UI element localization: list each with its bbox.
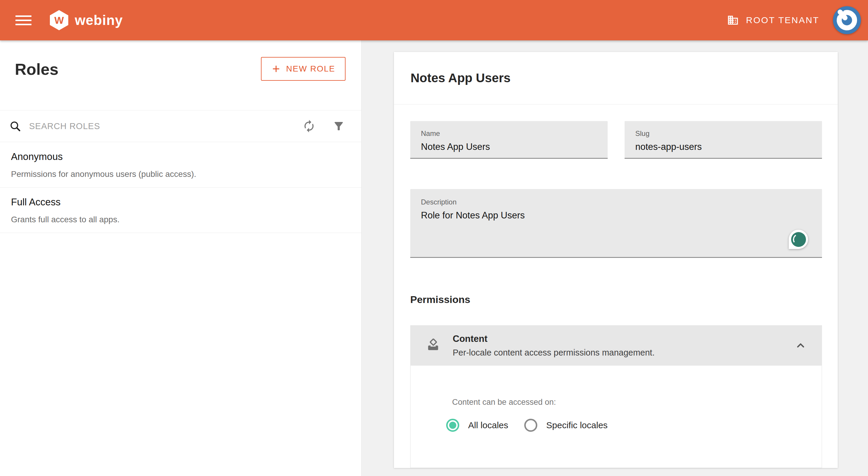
menu-bar (16, 20, 31, 21)
locale-access-radio-group: All locales Specific locales (446, 419, 608, 432)
content-accordion-header[interactable]: Content Per-locale content access permis… (410, 325, 822, 366)
description-field[interactable]: Description Role for Notes App Users (410, 189, 822, 258)
description-field-value: Role for Notes App Users (421, 210, 822, 221)
roles-sidebar: Roles NEW ROLE (0, 40, 362, 476)
menu-bar (16, 24, 31, 25)
new-role-button[interactable]: NEW ROLE (261, 57, 345, 81)
role-item-description: Grants full access to all apps. (11, 215, 349, 224)
role-detail-area: Notes App Users Name Notes App Users Slu… (362, 40, 868, 476)
accordion-title: Content (453, 334, 655, 344)
slug-field[interactable]: Slug notes-app-users (625, 121, 822, 159)
refresh-button[interactable] (302, 119, 316, 133)
logo-hexagon-icon: W (50, 10, 68, 30)
description-field-label: Description (421, 198, 822, 206)
accordion-text: Content Per-locale content access permis… (453, 334, 655, 358)
tenant-label: ROOT TENANT (746, 15, 819, 25)
top-bar-right: ROOT TENANT (727, 6, 868, 34)
search-icon (9, 120, 21, 132)
gravatar-icon (833, 6, 861, 34)
content-access-label: Content can be accessed on: (452, 398, 556, 407)
top-bar: W webiny ROOT TENANT (0, 0, 868, 40)
logo-letter: W (54, 15, 64, 25)
chat-widget-button[interactable] (789, 230, 808, 249)
menu-bar (16, 15, 31, 17)
role-item-description: Permissions for anonymous users (public … (11, 169, 349, 179)
role-item-title: Anonymous (11, 151, 349, 162)
role-detail-title: Notes App Users (410, 71, 510, 85)
slug-field-value: notes-app-users (635, 141, 822, 152)
plus-icon (271, 64, 281, 73)
search-input[interactable] (29, 121, 302, 131)
ballot-box-icon (426, 338, 440, 353)
filter-icon (333, 120, 345, 132)
role-detail-header: Notes App Users (394, 52, 838, 104)
name-slug-row: Name Notes App Users Slug notes-app-user… (410, 121, 822, 159)
name-field[interactable]: Name Notes App Users (410, 121, 608, 159)
filter-button[interactable] (333, 120, 345, 132)
content-permission-accordion: Content Per-locale content access permis… (410, 325, 822, 468)
building-icon (727, 14, 739, 26)
new-role-label: NEW ROLE (286, 64, 335, 73)
radio-option-all-locales[interactable]: All locales (446, 419, 508, 432)
radio-option-specific-locales[interactable]: Specific locales (524, 419, 608, 432)
role-detail-card: Notes App Users Name Notes App Users Slu… (394, 52, 838, 468)
content-accordion-body: Content can be accessed on: All locales … (410, 366, 822, 468)
page-title: Roles (15, 60, 59, 78)
chat-widget-spinner (792, 233, 805, 246)
permissions-heading: Permissions (410, 294, 822, 305)
menu-icon[interactable] (16, 15, 31, 25)
refresh-icon (302, 119, 316, 133)
radio-all-locales[interactable] (446, 419, 459, 432)
webiny-logo[interactable]: W webiny (50, 10, 123, 30)
accordion-subtitle: Per-locale content access permissions ma… (453, 348, 655, 358)
name-field-label: Name (421, 129, 608, 138)
tenant-selector[interactable]: ROOT TENANT (727, 14, 819, 26)
role-form: Name Notes App Users Slug notes-app-user… (394, 104, 838, 468)
search-bar (0, 110, 361, 142)
sidebar-header: Roles NEW ROLE (0, 40, 361, 110)
radio-specific-locales-label: Specific locales (546, 420, 608, 430)
chevron-up-icon[interactable] (794, 339, 807, 352)
role-item-title: Full Access (11, 196, 349, 208)
slug-field-label: Slug (635, 129, 822, 138)
role-list-item-anonymous[interactable]: Anonymous Permissions for anonymous user… (0, 142, 361, 188)
role-list-item-full-access[interactable]: Full Access Grants full access to all ap… (0, 188, 361, 233)
name-field-value: Notes App Users (421, 141, 608, 152)
radio-specific-locales[interactable] (524, 419, 537, 432)
user-avatar[interactable] (833, 6, 861, 34)
radio-all-locales-label: All locales (468, 420, 508, 430)
chat-widget-icon (791, 232, 806, 247)
brand-wordmark: webiny (75, 12, 123, 28)
